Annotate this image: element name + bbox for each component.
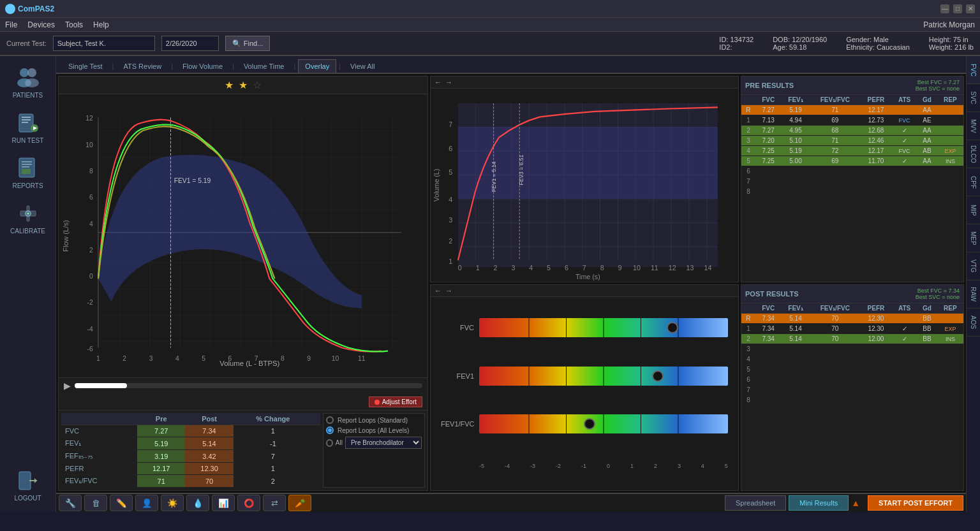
- fev1-dot: [652, 370, 664, 382]
- svg-text:5: 5: [449, 168, 452, 176]
- svg-text:9: 9: [307, 355, 311, 362]
- fev1-label: FEV1: [441, 372, 474, 380]
- svg-text:0: 0: [458, 264, 462, 272]
- fvc-dot: [667, 322, 678, 333]
- patient-bar: Current Test: 🔍 Find... ID: 134732 ID2: …: [0, 32, 980, 56]
- svg-text:FEV3 = 6.51: FEV3 = 6.51: [518, 155, 524, 185]
- svg-rect-6: [22, 119, 31, 120]
- svg-text:4: 4: [529, 264, 533, 272]
- menu-tools[interactable]: Tools: [65, 20, 83, 29]
- reports-icon: [15, 157, 41, 180]
- fvc-color-bar: [479, 318, 728, 337]
- app-name: ComPAS2: [18, 4, 54, 13]
- svg-text:4: 4: [175, 355, 179, 362]
- blood-button[interactable]: 💧: [186, 495, 209, 511]
- patient-height: Height: 75 in: [929, 36, 974, 43]
- right-tab-dlco[interactable]: DLCO: [967, 140, 980, 168]
- right-tab-vtg[interactable]: VTG: [967, 252, 980, 280]
- svg-text:2: 2: [89, 247, 93, 254]
- carrot-button[interactable]: 🥕: [288, 495, 311, 511]
- post-results-table: FVC FEV₁ FEV₁/FVC PEFR ATS Gd REP R 7.34: [741, 303, 963, 405]
- sidebar-item-logout[interactable]: LOGOUT: [3, 464, 54, 507]
- svg-text:6: 6: [89, 194, 93, 201]
- right-tab-fvc[interactable]: FVC: [967, 56, 980, 84]
- bronchodilator-select[interactable]: Pre Bronchodilator Post Bronchodilator: [345, 437, 422, 449]
- post-results-title: POST RESULTS: [745, 290, 799, 298]
- star-empty-3: ☆: [253, 79, 262, 91]
- delete-button[interactable]: 🗑: [84, 495, 107, 511]
- tab-flow-volume[interactable]: Flow Volume: [175, 59, 230, 73]
- nav-left-cb[interactable]: ←: [434, 287, 442, 295]
- svg-text:11: 11: [358, 355, 366, 362]
- post-results-panel: POST RESULTS Best FVC = 7.34 Best SVC = …: [741, 284, 964, 491]
- sidebar-item-reports[interactable]: REPORTS: [3, 152, 54, 194]
- add-person-button[interactable]: 👤: [135, 495, 158, 511]
- tab-single-test[interactable]: Single Test: [61, 59, 110, 73]
- fev1fvc-dot: [584, 418, 595, 430]
- tab-volume-time[interactable]: Volume Time: [237, 59, 292, 73]
- patient-select[interactable]: [53, 36, 155, 51]
- tab-ats-review[interactable]: ATS Review: [116, 59, 168, 73]
- sidebar-item-runtest[interactable]: RUN TEST: [3, 106, 54, 149]
- playback-slider[interactable]: [75, 383, 422, 388]
- tab-overlay[interactable]: Overlay: [298, 59, 336, 73]
- table-row: 3 7.20 5.10 71 12.46 ✓ AA: [741, 136, 963, 146]
- svg-text:7: 7: [583, 264, 586, 272]
- nav-left-vt[interactable]: ←: [434, 78, 442, 86]
- svg-text:Volume (L - BTPS): Volume (L - BTPS): [219, 360, 279, 367]
- fvc-bar-row: FVC: [441, 318, 728, 337]
- adjust-effort-button[interactable]: Adjust Effort: [369, 396, 422, 407]
- table-row: 8: [741, 395, 963, 405]
- svg-point-2: [27, 68, 36, 77]
- table-row: 3: [741, 344, 963, 354]
- minimize-button[interactable]: —: [940, 4, 949, 13]
- menu-devices[interactable]: Devices: [27, 20, 55, 29]
- date-select[interactable]: [161, 36, 219, 51]
- find-button[interactable]: 🔍 Find...: [225, 36, 271, 51]
- edit-button[interactable]: ✏️: [110, 495, 133, 511]
- sun-button[interactable]: ☀️: [161, 495, 184, 511]
- right-tab-mep[interactable]: MEP: [967, 224, 980, 252]
- wrench-button[interactable]: 🔧: [59, 495, 82, 511]
- nav-right-cb[interactable]: →: [445, 287, 452, 295]
- fev1fvc-color-bar: [479, 414, 728, 433]
- sidebar-item-patients[interactable]: PATIENTS: [3, 61, 54, 104]
- calibrate-icon: [15, 202, 41, 225]
- menu-file[interactable]: File: [5, 20, 17, 29]
- svg-text:3: 3: [511, 264, 515, 272]
- svg-text:10: 10: [633, 264, 641, 272]
- svg-rect-11: [22, 161, 32, 163]
- circle-button[interactable]: ⭕: [237, 495, 260, 511]
- sidebar-item-calibrate[interactable]: CALIBRATE: [3, 197, 54, 240]
- patient-dob-group: DOB: 12/20/1960 Age: 59.18: [773, 36, 827, 51]
- tab-view-all[interactable]: View All: [343, 59, 382, 73]
- svg-text:11: 11: [651, 264, 658, 272]
- right-tab-raw[interactable]: RAW: [967, 280, 980, 309]
- restore-button[interactable]: □: [953, 4, 962, 13]
- right-tab-mvv[interactable]: MVV: [967, 112, 980, 140]
- right-tab-bar: FVC SVC MVV DLCO CPF MIP MEP VTG RAW AOS: [966, 56, 980, 512]
- mini-results-button[interactable]: Mini Results: [789, 495, 849, 511]
- right-tab-cpf[interactable]: CPF: [967, 168, 980, 196]
- svg-rect-14: [22, 169, 31, 174]
- report-loops-all[interactable]: Report Loops (All Levels): [326, 426, 422, 434]
- nav-right-vt[interactable]: →: [445, 78, 452, 86]
- volume-time-panel: ← →: [430, 76, 739, 282]
- sidebar: PATIENTS RUN TEST: [0, 56, 56, 512]
- report-loops-standard[interactable]: Report Loops (Standard): [326, 416, 422, 424]
- summary-table: Pre Post % Change FVC 7.27: [61, 413, 320, 488]
- right-tab-svc[interactable]: SVC: [967, 84, 980, 112]
- right-tab-mip[interactable]: MIP: [967, 196, 980, 224]
- play-icon[interactable]: ▶: [64, 381, 71, 391]
- close-button[interactable]: ✕: [966, 4, 975, 13]
- patient-ethnicity: Ethnicity: Caucasian: [846, 43, 910, 51]
- svg-point-3: [25, 78, 39, 87]
- spreadsheet-button[interactable]: Spreadsheet: [725, 495, 786, 511]
- transfer-button[interactable]: ⇄: [263, 495, 286, 511]
- chart-button[interactable]: 📊: [212, 495, 235, 511]
- right-tab-aos[interactable]: AOS: [967, 309, 980, 337]
- patient-weight: Weight: 216 lb: [929, 43, 974, 51]
- menu-help[interactable]: Help: [93, 20, 109, 29]
- table-row: FEV₁/FVC 71 70 2: [61, 475, 320, 488]
- start-post-effort-button[interactable]: START POST EFFORT: [868, 495, 963, 511]
